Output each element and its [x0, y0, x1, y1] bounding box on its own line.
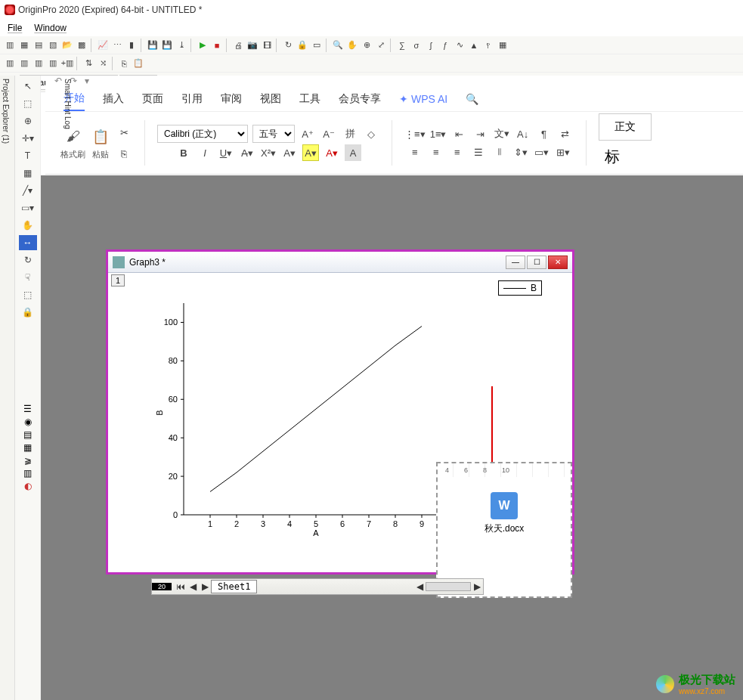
copy-icon[interactable]: ⎘	[117, 57, 131, 70]
legend[interactable]: B	[498, 280, 542, 296]
align-left-icon[interactable]: ≡	[407, 144, 423, 160]
align-right-icon[interactable]: ≡	[449, 144, 466, 160]
maximize-button[interactable]: ☐	[527, 256, 546, 269]
tab-member[interactable]: 会员专享	[339, 88, 381, 110]
paste-icon[interactable]: 📋	[132, 57, 145, 70]
reader-icon[interactable]: ⊕	[19, 113, 37, 129]
reader-icon[interactable]: ⊕	[360, 39, 373, 52]
cursor-icon[interactable]: ✛▾	[19, 131, 37, 146]
layer-badge[interactable]: 1	[111, 274, 125, 287]
new-folder-icon[interactable]: ▦	[17, 39, 31, 52]
signal-icon[interactable]: ∿	[453, 39, 466, 52]
toggle-icon[interactable]: ⇄	[557, 125, 574, 142]
wps-font-family[interactable]: Calibri (正文)	[157, 125, 248, 143]
new-project-icon[interactable]: ▥	[3, 39, 17, 52]
graph-tool-5-icon[interactable]: ⫺	[24, 455, 32, 466]
tab-page[interactable]: 页面	[142, 88, 163, 110]
history-dropdown-icon[interactable]: ▾	[85, 76, 89, 86]
new-graph-icon[interactable]: ▧	[46, 39, 60, 52]
strike-icon[interactable]: A̶▾	[239, 144, 255, 161]
text-direction-icon[interactable]: 文▾	[494, 125, 510, 142]
graph-tool-1-icon[interactable]: ☰	[23, 404, 32, 414]
style-normal[interactable]: 正文	[599, 113, 652, 141]
shrink-font-icon[interactable]: A⁻	[320, 125, 337, 142]
image-tool-icon[interactable]: ▦	[496, 39, 509, 52]
hand-tool-icon[interactable]: ☟	[19, 270, 37, 285]
menu-window[interactable]: Window	[34, 23, 67, 33]
col-x-icon[interactable]: ▥	[3, 57, 17, 70]
paste-icon[interactable]: 📋	[90, 126, 111, 147]
sort-icon[interactable]: ⇅	[82, 57, 95, 70]
style-heading[interactable]: 标	[599, 141, 652, 173]
indent-icon[interactable]: ⇥	[472, 125, 489, 142]
camera-icon[interactable]: 📷	[246, 39, 259, 52]
plot-bar-icon[interactable]: ▮	[125, 39, 138, 52]
plot-area[interactable]: 020406080100 123456789 A B	[153, 296, 456, 537]
lock-icon[interactable]: 🔒	[296, 39, 309, 52]
sheet-next-icon[interactable]: ▶	[199, 581, 211, 592]
new-workbook-icon[interactable]: ▤	[32, 39, 45, 52]
close-button[interactable]: ✕	[548, 256, 568, 269]
plot-line-icon[interactable]: 📈	[96, 39, 110, 52]
outdent-icon[interactable]: ⇤	[451, 125, 468, 142]
wps-ai-button[interactable]: ✦ WPS AI	[399, 93, 447, 105]
tab-reference[interactable]: 引用	[181, 88, 203, 110]
col-z-icon[interactable]: ▥	[32, 57, 45, 70]
spectrum-icon[interactable]: ⫯	[481, 39, 495, 52]
bullets-icon[interactable]: ⋮≡▾	[404, 125, 426, 142]
graph-tool-4-icon[interactable]: ▦	[23, 442, 32, 453]
col-y-icon[interactable]: ▥	[17, 57, 31, 70]
highlight-icon[interactable]: A▾	[302, 144, 319, 161]
copy-icon[interactable]: ⎘	[116, 145, 132, 162]
open-icon[interactable]: 📂	[60, 39, 74, 52]
tab-view[interactable]: 视图	[260, 88, 281, 110]
tab-insert[interactable]: 插入	[103, 88, 124, 110]
tab-review[interactable]: 审阅	[221, 88, 242, 110]
sheet-scroll-right-icon[interactable]: ▶	[471, 581, 483, 592]
numbering-icon[interactable]: 1≡▾	[430, 125, 447, 142]
rotate-icon[interactable]: ↻	[19, 252, 37, 268]
sheet-prev-icon[interactable]: ◀	[187, 581, 199, 592]
font-color-icon[interactable]: A▾	[324, 144, 340, 161]
lock-tool-icon[interactable]: 🔒	[19, 305, 37, 320]
sheet-first-icon[interactable]: ⏮	[175, 581, 187, 592]
docx-file-icon[interactable]: W	[491, 492, 518, 519]
draw-line-icon[interactable]: ╱▾	[19, 183, 37, 198]
borders-icon[interactable]: ⊞▾	[555, 144, 571, 160]
pointer-icon[interactable]: ↖	[19, 79, 37, 94]
col-err-icon[interactable]: ▥	[46, 57, 60, 70]
graph-tool-3-icon[interactable]: ▤	[23, 429, 32, 440]
graph-tool-7-icon[interactable]: ◐	[24, 481, 32, 491]
save-icon[interactable]: 💾	[146, 39, 159, 52]
draw-rect-icon[interactable]: ▭▾	[19, 200, 37, 215]
shading-icon[interactable]: ▭▾	[534, 144, 550, 160]
bold-icon[interactable]: B	[175, 144, 192, 161]
search-icon[interactable]: 🔍	[466, 93, 478, 105]
export-icon[interactable]: ⤓	[175, 39, 188, 52]
scale-icon[interactable]: ⤢	[374, 39, 388, 52]
graph-tool-6-icon[interactable]: ▥	[23, 468, 32, 479]
align-center-icon[interactable]: ≡	[428, 144, 444, 160]
stop-icon[interactable]: ■	[210, 39, 224, 52]
distribute-icon[interactable]: ⫴	[491, 144, 508, 160]
add-col-icon[interactable]: +▥	[60, 57, 74, 70]
fit-icon[interactable]: ∫	[424, 39, 438, 52]
text-effect-icon[interactable]: A▾	[281, 144, 298, 161]
show-marks-icon[interactable]: ¶	[536, 125, 553, 142]
graph-window[interactable]: Graph3 * — ☐ ✕ 1 B 020406080100 12345678…	[106, 249, 574, 575]
stats-icon[interactable]: σ	[410, 39, 423, 52]
grow-font-icon[interactable]: A⁺	[299, 125, 316, 142]
zoom-rect-icon[interactable]: ⬚	[19, 96, 37, 111]
graph-tool-2-icon[interactable]: ◉	[24, 417, 32, 427]
undo-icon[interactable]: ↶	[54, 76, 62, 86]
cut-icon[interactable]: ✂	[116, 124, 132, 141]
save-as-icon[interactable]: 💾	[160, 39, 174, 52]
minimize-button[interactable]: —	[506, 256, 525, 269]
justify-icon[interactable]: ☰	[470, 144, 487, 160]
film-icon[interactable]: 🎞	[260, 39, 274, 52]
peak-icon[interactable]: ▲	[467, 39, 481, 52]
transpose-icon[interactable]: ⤭	[96, 57, 110, 70]
template-icon[interactable]: ▩	[75, 39, 88, 52]
smart-hint-log-tab[interactable]: Smart Hint Log	[63, 79, 72, 144]
math-icon[interactable]: ƒ	[438, 39, 452, 52]
